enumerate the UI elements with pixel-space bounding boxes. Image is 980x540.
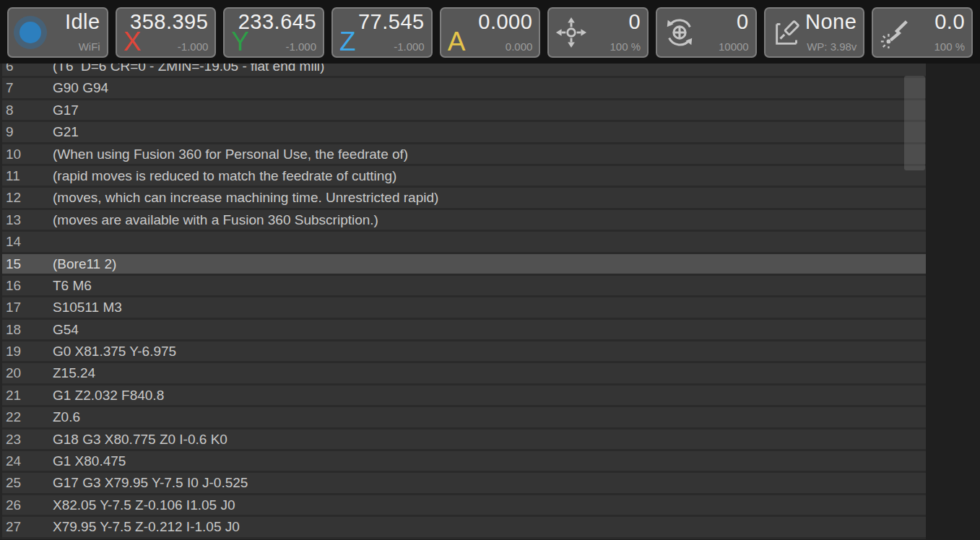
gcode-line-number: 24 (2, 451, 53, 471)
gcode-line-text: X79.95 Y-7.5 Z-0.212 I-1.05 J0 (53, 517, 926, 536)
gcode-line[interactable]: 18 G54 (2, 320, 926, 341)
gcode-line-text: S10511 M3 (53, 297, 926, 317)
gcode-line[interactable]: 14 (2, 232, 926, 253)
gcode-line-text: G17 G3 X79.95 Y-7.5 I0 J-0.525 (53, 473, 926, 492)
work-probe-voltage: WP: 3.98v (807, 40, 857, 53)
feed-override-move-icon (555, 16, 588, 49)
feed-override-cell[interactable]: 0 100 % (547, 7, 649, 58)
gcode-line-text (53, 232, 926, 251)
gcode-line[interactable]: 22 Z0.6 (2, 407, 926, 429)
gcode-line-number: 22 (2, 407, 53, 427)
gcode-line-number: 15 (2, 254, 53, 274)
gcode-line-number: 27 (2, 517, 53, 536)
connection-type: WiFi (79, 40, 100, 53)
gcode-line-text: Z15.24 (53, 363, 926, 383)
x-secondary: -1.000 (178, 40, 209, 53)
scrollbar-thumb[interactable] (904, 76, 925, 170)
gcode-line-text: (rapid moves is reduced to match the fee… (53, 166, 926, 186)
gcode-line[interactable]: 23 G18 G3 X80.775 Z0 I-0.6 K0 (2, 430, 926, 451)
gcode-line[interactable]: 17 S10511 M3 (2, 297, 926, 319)
gcode-line-text: X82.05 Y-7.5 Z-0.106 I1.05 J0 (53, 495, 926, 515)
gcode-line[interactable]: 9 G21 (2, 122, 926, 144)
gcode-line[interactable]: 15 (Bore11 2) (2, 254, 926, 276)
spindle-rpm: 10000 (719, 40, 749, 53)
gcode-line-number: 10 (2, 144, 53, 164)
gcode-line-text: (moves are available with a Fusion 360 S… (53, 210, 926, 230)
gcode-line-number: 23 (2, 430, 53, 449)
gcode-line-text: G54 (53, 320, 926, 339)
axis-a-label: A (448, 28, 466, 55)
gcode-line-number: 25 (2, 473, 53, 492)
gcode-line[interactable]: 21 G1 Z2.032 F840.8 (2, 386, 926, 407)
x-position: 358.395 (130, 10, 208, 34)
gcode-line-number: 16 (2, 276, 53, 295)
axis-z-label: Z (339, 28, 356, 55)
feed-override-percent: 100 % (610, 40, 641, 53)
gcode-line-text: G1 Z2.032 F840.8 (53, 386, 926, 405)
gcode-list[interactable]: 6 (T6 D=6 CR=0 - ZMIN=-19.05 - flat end … (0, 56, 926, 539)
spindle-override-cell[interactable]: 0 10000 (656, 7, 757, 58)
dro-x-cell[interactable]: X 358.395 -1.000 (116, 7, 217, 58)
gcode-line[interactable]: 20 Z15.24 (2, 363, 926, 385)
gcode-line-text: G1 X80.475 (53, 451, 926, 471)
machine-state: Idle (65, 10, 100, 34)
y-position: 233.645 (238, 10, 316, 34)
gcode-line-number: 21 (2, 386, 53, 405)
gcode-line[interactable]: 25 G17 G3 X79.95 Y-7.5 I0 J-0.525 (2, 473, 926, 495)
a-secondary: 0.000 (506, 40, 533, 53)
gcode-line[interactable]: 27 X79.95 Y-7.5 Z-0.212 I-1.05 J0 (2, 517, 926, 539)
spindle-override-icon (663, 16, 696, 49)
gcode-line[interactable]: 26 X82.05 Y-7.5 Z-0.106 I1.05 J0 (2, 495, 926, 517)
gcode-line-number: 13 (2, 210, 53, 230)
dro-y-cell[interactable]: Y 233.645 -1.000 (223, 7, 324, 58)
gcode-line-number: 18 (2, 320, 53, 339)
gcode-line-number: 19 (2, 341, 53, 361)
machine-status-cell[interactable]: Idle WiFi (7, 7, 108, 58)
gcode-line-text: T6 M6 (53, 276, 926, 295)
gcode-line[interactable]: 8 G17 (2, 100, 926, 122)
dro-toolbar: Idle WiFi X 358.395 -1.000 Y 233.645 -1.… (0, 0, 980, 64)
y-secondary: -1.000 (285, 40, 316, 53)
laser-power-value: 0.0 (935, 10, 965, 34)
gcode-line-text: (When using Fusion 360 for Personal Use,… (53, 144, 926, 164)
gcode-line-number: 20 (2, 363, 53, 383)
gcode-line-text: G0 X81.375 Y-6.975 (53, 341, 926, 361)
gcode-line[interactable]: 10 (When using Fusion 360 for Personal U… (2, 144, 926, 166)
a-position: 0.000 (478, 10, 532, 34)
gcode-line-number: 7 (2, 78, 53, 97)
probe-tool-cell[interactable]: None WP: 3.98v (764, 7, 865, 58)
gcode-line-text: (moves, which can increase machining tim… (53, 188, 926, 207)
gcode-line[interactable]: 16 T6 M6 (2, 276, 926, 297)
laser-icon (879, 16, 912, 49)
laser-override-cell[interactable]: 0.0 100 % (872, 7, 973, 58)
feed-override-value: 0 (628, 10, 641, 34)
gcode-line-number: 9 (2, 122, 53, 141)
active-tool: None (805, 10, 857, 34)
z-position: 77.545 (358, 10, 425, 34)
spindle-override-value: 0 (737, 10, 749, 34)
probe-tool-icon (771, 16, 805, 49)
gcode-line-number: 14 (2, 232, 53, 251)
gcode-line-text: (Bore11 2) (53, 254, 926, 274)
gcode-line-number: 8 (2, 100, 53, 120)
laser-override-percent: 100 % (935, 40, 966, 53)
gcode-line-text: G21 (53, 122, 926, 141)
cnc-controller-screen: 6 (T6 D=6 CR=0 - ZMIN=-19.05 - flat end … (0, 0, 980, 540)
connection-status-icon (19, 22, 41, 43)
gcode-line[interactable]: 7 G90 G94 (2, 78, 926, 100)
gcode-line-number: 17 (2, 297, 53, 317)
gcode-line-text: Z0.6 (53, 407, 926, 427)
gcode-line-text: G90 G94 (53, 78, 926, 97)
gcode-line-number: 26 (2, 495, 53, 515)
gcode-line-text: G17 (53, 100, 926, 120)
gcode-line[interactable]: 24 G1 X80.475 (2, 451, 926, 473)
dro-z-cell[interactable]: Z 77.545 -1.000 (331, 7, 433, 58)
gcode-line-number: 11 (2, 166, 53, 186)
dro-a-cell[interactable]: A 0.000 0.000 (440, 7, 541, 58)
gcode-line[interactable]: 19 G0 X81.375 Y-6.975 (2, 341, 926, 363)
gcode-line-number: 12 (2, 188, 53, 207)
gcode-line[interactable]: 11 (rapid moves is reduced to match the … (2, 166, 926, 188)
gcode-line[interactable]: 12 (moves, which can increase machining … (2, 188, 926, 209)
gcode-line-text: G18 G3 X80.775 Z0 I-0.6 K0 (53, 430, 926, 449)
gcode-line[interactable]: 13 (moves are available with a Fusion 36… (2, 210, 926, 232)
